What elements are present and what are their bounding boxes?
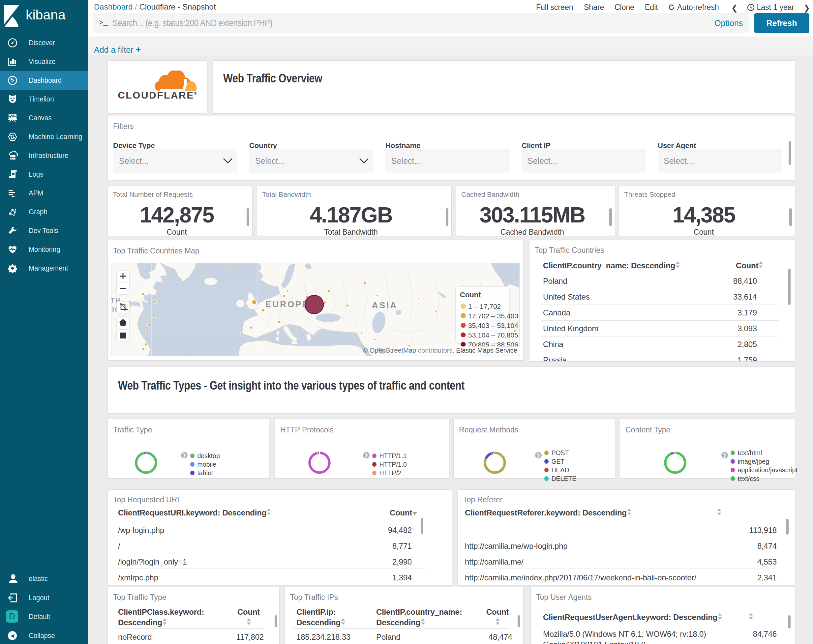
svg-text:EUROPE: EUROPE bbox=[265, 299, 310, 309]
svg-text:Count: Count bbox=[460, 291, 481, 299]
svg-text:35,403 – 53,104: 35,403 – 53,104 bbox=[468, 322, 518, 329]
svg-text:53,104 – 70,805: 53,104 – 70,805 bbox=[468, 331, 518, 339]
svg-text:1 – 17,702: 1 – 17,702 bbox=[468, 302, 501, 310]
svg-text:ASIA: ASIA bbox=[372, 300, 397, 310]
svg-text:© OpenStreetMap contributors,: © OpenStreetMap contributors, Elastic Ma… bbox=[363, 347, 517, 354]
svg-text:17,702 – 35,403: 17,702 – 35,403 bbox=[468, 312, 518, 320]
